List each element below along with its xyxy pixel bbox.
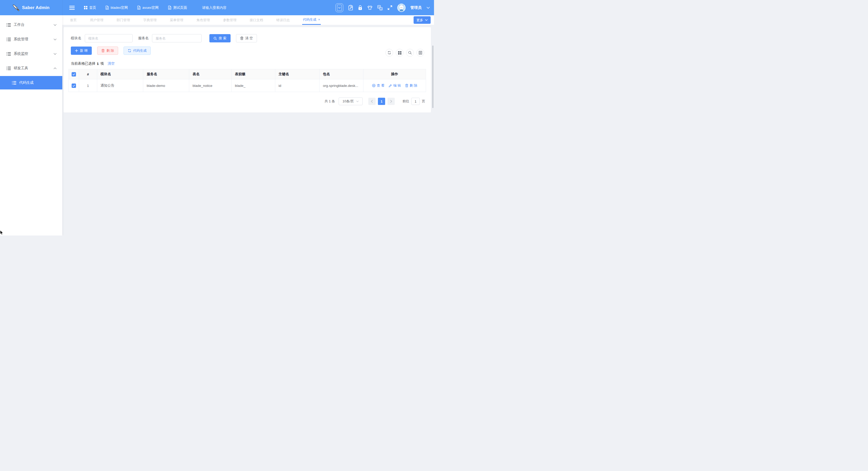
close-icon[interactable]: × xyxy=(318,18,320,21)
refresh-button[interactable] xyxy=(385,49,393,57)
hamburger-menu-icon[interactable] xyxy=(69,6,75,10)
selection-clear-link[interactable]: 清空 xyxy=(108,61,115,66)
table-toolbar: 新 增 删 除 xyxy=(71,46,426,55)
page-unit-label: 页 xyxy=(422,99,425,104)
row-edit-link[interactable]: 编 辑 xyxy=(389,83,401,88)
refresh-icon xyxy=(388,51,391,55)
tab-menu-management[interactable]: 菜单管理 xyxy=(170,15,183,25)
plus-icon xyxy=(75,49,78,52)
selection-count: 1 xyxy=(97,62,99,66)
row-view-link[interactable]: 查 看 xyxy=(372,83,384,88)
selection-summary: 当前表格已选择 1 项 清空 xyxy=(71,61,426,66)
next-page-button[interactable] xyxy=(388,98,395,105)
column-header-prefix[interactable]: 表前缀 xyxy=(231,69,275,80)
search-toggle-button[interactable] xyxy=(406,49,414,57)
clear-button[interactable]: 清 空 xyxy=(236,34,257,42)
select-all-cell xyxy=(69,69,79,80)
cell-index: 1 xyxy=(79,80,97,92)
tab-dict-management[interactable]: 字典管理 xyxy=(143,15,157,25)
previous-page-button[interactable] xyxy=(368,98,376,105)
header-main: 首页 bladex官网 xyxy=(62,0,434,15)
tab-code-generation[interactable]: 代码生成 × xyxy=(302,15,321,25)
user-avatar[interactable] xyxy=(397,4,406,12)
mouse-cursor xyxy=(0,230,3,235)
nav-label: avuex官网 xyxy=(143,5,159,10)
app-title: Saber Admin xyxy=(22,5,50,10)
service-name-input[interactable] xyxy=(152,34,202,42)
page-size-select[interactable]: 10条/页 xyxy=(339,97,363,105)
top-header: Saber Admin xyxy=(0,0,434,15)
sidebar-item-system-management[interactable]: 系统管理 xyxy=(0,33,62,46)
document-icon xyxy=(105,6,109,9)
theme-tshirt-icon[interactable] xyxy=(367,5,372,10)
data-table: # 模块名 服务名 表名 表前缀 主键名 包名 操作 xyxy=(68,69,426,92)
row-delete-link[interactable]: 删 除 xyxy=(405,83,417,88)
goto-page-input[interactable] xyxy=(411,98,420,105)
nav-item-avuex[interactable]: avuex官网 xyxy=(137,5,159,10)
fullscreen-icon[interactable] xyxy=(388,5,392,10)
codegen-label: 代码生成 xyxy=(133,48,147,53)
more-label: 更多 xyxy=(416,18,423,23)
filter-form: 模块名 服务名 搜 索 xyxy=(71,34,426,42)
tab-dept-management[interactable]: 部门管理 xyxy=(117,15,130,25)
app-logo: Saber Admin xyxy=(0,0,62,15)
global-search-input[interactable]: 请输入搜索内容 xyxy=(202,5,227,10)
column-settings-button[interactable] xyxy=(416,49,424,57)
column-header-index[interactable]: # xyxy=(79,69,97,80)
tab-home[interactable]: 首页 xyxy=(70,15,77,25)
add-button[interactable]: 新 增 xyxy=(71,46,92,55)
vertical-scrollbar[interactable] xyxy=(432,45,433,108)
tab-error-log[interactable]: 错误日志 xyxy=(276,15,290,25)
column-header-service[interactable]: 服务名 xyxy=(143,69,189,80)
delete-button[interactable]: 删 除 xyxy=(97,46,118,55)
tab-role-management[interactable]: 角色管理 xyxy=(196,15,210,25)
sidebar-item-label: 研发工具 xyxy=(14,66,28,70)
service-name-label: 服务名 xyxy=(138,36,149,40)
tab-label: 代码生成 xyxy=(303,17,316,22)
module-name-label: 模块名 xyxy=(71,36,82,40)
page-number-button[interactable]: 1 xyxy=(378,98,385,105)
nav-item-home[interactable]: 首页 xyxy=(84,5,96,10)
cell-pk: id xyxy=(275,80,319,92)
tab-param-management[interactable]: 参数管理 xyxy=(223,15,237,25)
sidebar-item-label: 代码生成 xyxy=(19,81,34,85)
search-button[interactable]: 搜 索 xyxy=(209,34,230,42)
row-checkbox[interactable] xyxy=(71,84,76,88)
goto-label: 前往 xyxy=(402,99,409,104)
column-header-package[interactable]: 包名 xyxy=(319,69,364,80)
tab-user-management[interactable]: 用户管理 xyxy=(90,15,103,25)
document-icon xyxy=(137,6,141,9)
nav-item-test-page[interactable]: 测试页面 xyxy=(168,5,187,10)
add-label: 新 增 xyxy=(80,48,88,53)
lock-icon[interactable] xyxy=(358,5,363,10)
cell-package: org.springblade.desk... xyxy=(319,80,364,92)
sidebar-item-code-generation[interactable]: 代码生成 xyxy=(0,76,62,89)
module-name-input[interactable] xyxy=(85,34,133,42)
sidebar-item-workbench[interactable]: 工作台 xyxy=(0,18,62,32)
nav-item-bladex[interactable]: bladex官网 xyxy=(105,5,128,10)
select-all-checkbox[interactable] xyxy=(71,72,76,76)
grid-view-button[interactable] xyxy=(396,49,403,57)
debug-log-icon[interactable] xyxy=(348,5,353,10)
pencil-icon xyxy=(389,84,392,87)
sidebar-item-system-monitor[interactable]: 系统监控 xyxy=(0,47,62,61)
translate-icon[interactable]: 中 A xyxy=(377,5,382,10)
chevron-down-icon xyxy=(54,38,57,40)
list-icon xyxy=(12,81,16,85)
code-generate-button[interactable]: 代码生成 xyxy=(124,46,151,55)
column-header-table[interactable]: 表名 xyxy=(189,69,231,80)
table-row[interactable]: 1 通知公告 blade-demo blade_notice blade_ id… xyxy=(69,80,426,92)
sidebar-item-dev-tools[interactable]: 研发工具 xyxy=(0,62,62,75)
collapse-tags-button[interactable] xyxy=(336,3,343,12)
user-menu-chevron-down-icon[interactable] xyxy=(427,7,430,9)
tab-api-docs[interactable]: 接口文档 xyxy=(250,15,263,25)
column-header-module[interactable]: 模块名 xyxy=(97,69,143,80)
user-name[interactable]: 管理员 xyxy=(410,5,422,10)
eye-icon xyxy=(372,84,376,87)
selection-text: 当前表格已选择 xyxy=(71,61,95,66)
list-icon xyxy=(6,23,11,27)
grid-icon xyxy=(398,51,401,55)
pagination: 共 1 条 10条/页 1 前往 页 xyxy=(325,97,425,105)
tabs-more-button[interactable]: 更多 xyxy=(413,16,431,24)
column-header-pk[interactable]: 主键名 xyxy=(275,69,319,80)
